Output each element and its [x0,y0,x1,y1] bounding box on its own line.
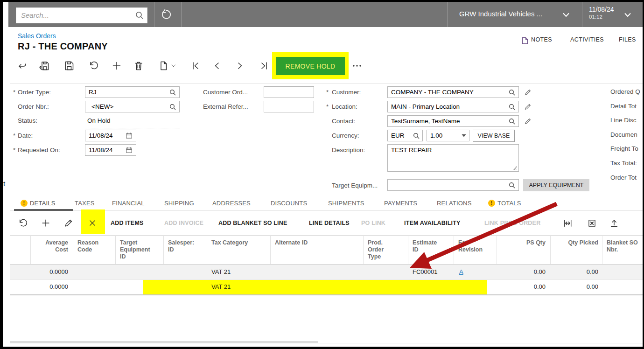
customer-field[interactable] [387,86,519,98]
edit-pencil-icon[interactable] [524,117,532,125]
copy-paste-dropdown[interactable] [169,58,178,74]
column-header-salesperson-id[interactable]: Salesper: ID [163,236,207,264]
tab-shipping[interactable]: SHIPPING [164,196,194,209]
breadcrumb[interactable]: Sales Orders [18,32,56,40]
cell-est-revision[interactable]: A [454,265,497,279]
next-record-button[interactable] [232,58,248,74]
search-input[interactable] [16,8,138,22]
description-field[interactable]: TEST REPAIR [387,144,519,172]
add-blanket-so-line-button[interactable]: ADD BLANKET SO LINE [218,217,287,229]
add-row-button[interactable] [38,215,54,231]
lookup-icon[interactable] [508,118,516,125]
item-availability-button[interactable]: ITEM AVAILABILITY [404,217,461,229]
files-link[interactable]: FILES [619,36,636,43]
column-header-reason-code[interactable]: Reason Code [73,236,115,264]
contact-field[interactable] [387,115,519,127]
tab-shipments[interactable]: SHIPMENTS [328,196,364,209]
calendar-icon[interactable] [125,146,133,154]
cell-ps-qty[interactable]: 0.00 [497,279,550,294]
tab-totals[interactable]: TOTALS [488,196,521,209]
order-nbr-field[interactable] [85,101,180,112]
add-button[interactable] [109,58,125,74]
column-header-est-revision[interactable]: Est Revision [454,236,497,264]
company-selector[interactable]: GRW Industrial Vehicles ... [459,10,542,18]
tab-discounts[interactable]: DISCOUNTS [271,196,307,209]
tab-details[interactable]: DETAILS [21,196,56,209]
lookup-icon[interactable] [508,103,516,111]
note-icon[interactable] [521,37,529,44]
notes-link[interactable]: NOTES [531,36,552,43]
customer-order-field[interactable] [264,86,314,98]
global-search[interactable] [16,7,147,23]
delete-row-button[interactable] [84,215,100,231]
est-revision-link[interactable]: A [459,268,463,275]
target-equipment-field[interactable] [387,179,519,191]
tab-payments[interactable]: PAYMENTS [384,196,417,209]
undo-button[interactable] [85,58,101,74]
more-actions-button[interactable] [349,58,365,74]
line-details-button[interactable]: LINE DETAILS [309,217,350,229]
external-ref-field[interactable] [264,101,314,112]
cell-estimate-id[interactable]: FC00001 [408,265,454,279]
warning-icon [488,200,495,207]
cell-tax-category[interactable]: VAT 21 [207,279,270,294]
back-button[interactable] [14,58,30,74]
apply-equipment-button[interactable]: APPLY EQUIPMENT [523,179,589,191]
save-button[interactable] [61,58,77,74]
column-header-qty-picked[interactable]: Qty Picked [550,236,602,264]
edit-pencil-icon[interactable] [524,103,532,111]
last-record-button[interactable] [256,58,272,74]
cell-tax-category[interactable]: VAT 21 [207,265,270,279]
lookup-icon[interactable] [413,132,420,140]
column-header-alternate-id[interactable]: Alternate ID [270,236,363,264]
cell-average-cost[interactable]: 0.0000 [30,265,73,279]
refresh-button[interactable] [14,215,30,231]
upload-button[interactable] [606,215,622,231]
lookup-icon[interactable] [169,89,176,96]
cell-qty-picked[interactable]: 0.00 [550,265,602,279]
column-separator [30,236,31,264]
export-excel-button[interactable] [584,215,600,231]
tab-financial[interactable]: FINANCIAL [112,196,145,209]
column-header-estimate-id[interactable]: Estimate ID [408,236,454,264]
previous-record-button[interactable] [209,58,225,74]
delete-button[interactable] [131,58,147,74]
chevron-down-icon[interactable] [623,12,632,18]
search-icon[interactable] [135,11,144,20]
column-header-target-equipment-id[interactable]: Target Equipment ID [115,236,163,264]
column-separator [602,236,602,264]
add-items-button[interactable]: ADD ITEMS [111,217,144,229]
view-base-button[interactable]: VIEW BASE [473,130,515,142]
column-header-prod-order-type[interactable]: Prod. Order Type [363,236,408,264]
tab-addresses[interactable]: ADDRESSES [212,196,251,209]
business-date-button[interactable] [160,8,173,23]
lookup-icon[interactable] [508,181,516,189]
tab-taxes[interactable]: TAXES [75,196,95,209]
chevron-down-icon[interactable] [562,12,570,18]
cell-average-cost[interactable]: 0.0000 [30,279,73,294]
cell-qty-picked[interactable]: 0.00 [550,279,602,294]
column-header-tax-category[interactable]: Tax Category [207,236,270,264]
lookup-icon[interactable] [508,89,516,96]
horizontal-scrollbar-thumb[interactable] [10,341,318,343]
save-and-close-button[interactable] [36,58,52,74]
column-header-blanket-so-nbr[interactable]: Blanket SO Nbr. [602,236,644,264]
fit-to-screen-button[interactable] [560,215,575,231]
column-header-average-cost[interactable]: Average Cost [30,236,73,264]
resize-grip-icon[interactable] [512,166,517,170]
column-header-ps-qty[interactable]: PS Qty [497,236,550,264]
remove-hold-button[interactable]: REMOVE HOLD [276,57,345,75]
tab-relations[interactable]: RELATIONS [437,196,472,209]
freight-total-label: Freight To [610,145,644,152]
activities-link[interactable]: ACTIVITIES [570,36,604,43]
edit-row-button[interactable] [61,215,77,231]
cell-ps-qty[interactable]: 0.00 [497,265,550,279]
calendar-icon[interactable] [125,132,133,140]
edit-pencil-icon[interactable] [524,88,532,96]
combo-caret-icon[interactable] [461,133,467,138]
order-type-field[interactable] [85,86,180,98]
datetime-selector[interactable]: 11/08/24 01:12 [589,6,614,20]
lookup-icon[interactable] [169,103,176,111]
location-field[interactable] [387,101,519,112]
first-record-button[interactable] [188,58,203,74]
